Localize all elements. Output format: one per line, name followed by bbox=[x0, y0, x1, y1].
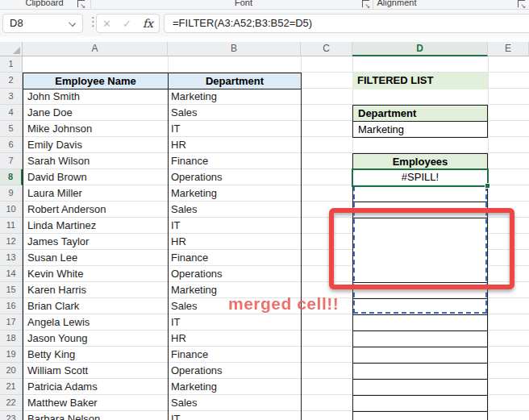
row-header-12[interactable]: 12 bbox=[0, 234, 23, 250]
cell-employee-name[interactable]: William Scott bbox=[27, 363, 165, 379]
cell-department[interactable]: Marketing bbox=[171, 185, 298, 202]
formula-input[interactable]: =FILTER(A3:A52;B3:B52=D5) bbox=[164, 14, 529, 33]
name-box-value: D8 bbox=[10, 17, 23, 29]
cell-employee-name[interactable]: Brian Clark bbox=[27, 298, 165, 314]
cell-employee-name[interactable]: Sarah Wilson bbox=[27, 153, 165, 169]
cell-department[interactable]: Finance bbox=[171, 153, 298, 169]
cell-department[interactable]: Sales bbox=[171, 105, 298, 121]
cell-department[interactable]: IT bbox=[171, 121, 298, 137]
cell-department-label[interactable]: Department bbox=[352, 105, 488, 122]
select-all-triangle-icon bbox=[13, 47, 20, 54]
formula-bar-gap bbox=[0, 36, 529, 42]
enter-button[interactable]: ✓ bbox=[123, 18, 131, 30]
column-header-a[interactable]: A bbox=[23, 42, 168, 56]
header-department[interactable]: Department bbox=[169, 73, 301, 89]
cell-border-line bbox=[352, 331, 488, 331]
cell-department[interactable]: IT bbox=[171, 314, 298, 331]
row-header-21[interactable]: 21 bbox=[0, 379, 23, 395]
cell-department[interactable]: Sales bbox=[171, 395, 298, 411]
alignment-dialog-launcher-icon[interactable]: ↘ bbox=[518, 0, 525, 7]
row-header-14[interactable]: 14 bbox=[0, 266, 23, 282]
column-header-d[interactable]: D bbox=[352, 42, 488, 56]
cell-employees-label[interactable]: Employees bbox=[352, 153, 488, 170]
cell-department[interactable]: IT bbox=[171, 218, 298, 234]
cell-employee-name[interactable]: Patricia Adams bbox=[27, 379, 165, 395]
column-header-b[interactable]: B bbox=[168, 42, 301, 56]
cell-employee-name[interactable]: Susan Lee bbox=[27, 250, 165, 266]
cell-employee-name[interactable]: Barbara Nelson bbox=[27, 411, 165, 420]
cell-border-line bbox=[352, 314, 488, 315]
cell-department[interactable]: Finance bbox=[171, 347, 298, 363]
name-box[interactable]: D8 bbox=[2, 14, 83, 33]
row-header-4[interactable]: 4 bbox=[0, 105, 23, 121]
cell-employee-name[interactable]: Betty King bbox=[27, 347, 165, 363]
ribbon-group-clipboard-label: Clipboard bbox=[8, 0, 81, 7]
cell-employee-name[interactable]: Matthew Baker bbox=[27, 395, 165, 411]
row-header-15[interactable]: 15 bbox=[0, 282, 23, 298]
ribbon-group-alignment-label: Alignment bbox=[360, 0, 433, 7]
cell-department[interactable]: HR bbox=[171, 331, 298, 347]
cell-employee-name[interactable]: Robert Anderson bbox=[27, 202, 165, 218]
chevron-down-icon[interactable] bbox=[69, 19, 76, 27]
cell-border-line bbox=[352, 379, 488, 380]
cell-employee-name[interactable]: Emily Davis bbox=[27, 137, 165, 153]
row-header-1[interactable]: 1 bbox=[0, 56, 23, 73]
cell-department[interactable]: Marketing bbox=[171, 379, 298, 395]
insert-function-button[interactable]: fx bbox=[143, 17, 153, 30]
clipboard-dialog-launcher-icon[interactable]: ↘ bbox=[77, 0, 85, 7]
cell-department[interactable]: Sales bbox=[171, 202, 298, 218]
select-all-corner[interactable] bbox=[0, 42, 23, 56]
fill-handle[interactable] bbox=[485, 183, 490, 189]
row-header-20[interactable]: 20 bbox=[0, 363, 23, 379]
cell-employee-name[interactable]: David Brown bbox=[27, 169, 165, 185]
row-header-11[interactable]: 11 bbox=[0, 218, 23, 234]
cell-department[interactable]: Operations bbox=[171, 363, 298, 379]
cell-department[interactable]: Operations bbox=[171, 169, 298, 185]
cell-employee-name[interactable]: Angela Lewis bbox=[27, 314, 165, 331]
row-header-6[interactable]: 6 bbox=[0, 137, 23, 153]
annotation-rectangle bbox=[329, 208, 514, 289]
row-header-8[interactable]: 8 bbox=[0, 169, 23, 185]
cell-employee-name[interactable]: Laura Miller bbox=[27, 185, 165, 202]
row-header-23[interactable]: 23 bbox=[0, 411, 23, 420]
cell-employee-name[interactable]: Mike Johnson bbox=[27, 121, 165, 137]
cell-employee-name[interactable]: Jane Doe bbox=[27, 105, 165, 121]
table-header-row[interactable]: Employee Name Department bbox=[23, 73, 302, 89]
cell-department[interactable]: HR bbox=[171, 137, 298, 153]
cell-filtered-list-title[interactable]: FILTERED LIST bbox=[352, 73, 488, 89]
row-header-3[interactable]: 3 bbox=[0, 89, 23, 105]
cell-employee-name[interactable]: James Taylor bbox=[27, 234, 165, 250]
cell-department[interactable]: Finance bbox=[171, 250, 298, 266]
row-header-2[interactable]: 2 bbox=[0, 73, 23, 89]
header-employee-name[interactable]: Employee Name bbox=[23, 73, 169, 89]
row-header-19[interactable]: 19 bbox=[0, 347, 23, 363]
cell-employee-name[interactable]: Jason Young bbox=[27, 331, 165, 347]
cell-employee-name[interactable]: John Smith bbox=[27, 89, 165, 105]
column-header-e[interactable]: E bbox=[488, 42, 529, 56]
column-header-c[interactable]: C bbox=[301, 42, 352, 56]
excel-window: Clipboard ↘ Font ↘ Alignment ↘ D8 ⋮ ✕ ✓ … bbox=[0, 0, 529, 420]
row-header-16[interactable]: 16 bbox=[0, 298, 23, 314]
cell-employee-name[interactable]: Kevin White bbox=[27, 266, 165, 282]
cancel-button[interactable]: ✕ bbox=[102, 18, 111, 30]
cell-department[interactable]: IT bbox=[171, 411, 298, 420]
sheet-grid: ABCDE 1234567891011121314151617181920212… bbox=[0, 42, 529, 420]
row-header-10[interactable]: 10 bbox=[0, 202, 23, 218]
cell-department[interactable]: HR bbox=[171, 234, 298, 250]
cell-department-value[interactable]: Marketing bbox=[352, 121, 488, 138]
cell-department[interactable]: Operations bbox=[171, 266, 298, 282]
annotation-text: merged cell!! bbox=[228, 294, 339, 314]
formula-buttons: ✕ ✓ fx bbox=[96, 14, 160, 33]
cell-employee-name[interactable]: Linda Martinez bbox=[27, 218, 165, 234]
row-header-17[interactable]: 17 bbox=[0, 314, 23, 331]
row-header-22[interactable]: 22 bbox=[0, 395, 23, 411]
formula-bar: D8 ⋮ ✕ ✓ fx =FILTER(A3:A52;B3:B52=D5) bbox=[0, 10, 529, 36]
cell-border-line bbox=[352, 395, 488, 396]
row-header-9[interactable]: 9 bbox=[0, 185, 23, 202]
cell-employee-name[interactable]: Karen Harris bbox=[27, 282, 165, 298]
cell-department[interactable]: Marketing bbox=[171, 89, 298, 105]
row-header-18[interactable]: 18 bbox=[0, 331, 23, 347]
row-header-13[interactable]: 13 bbox=[0, 250, 23, 266]
row-header-7[interactable]: 7 bbox=[0, 153, 23, 169]
row-header-5[interactable]: 5 bbox=[0, 121, 23, 137]
